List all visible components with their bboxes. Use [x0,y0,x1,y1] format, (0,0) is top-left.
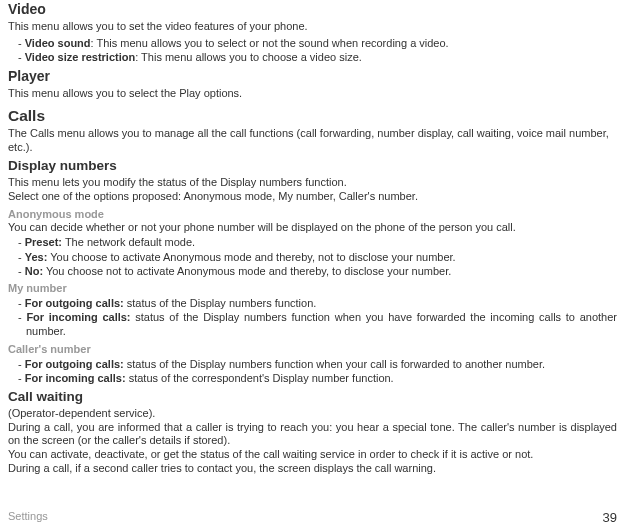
my-number-heading: My number [8,282,617,296]
footer-section: Settings [8,510,48,525]
display-numbers-line1: This menu lets you modify the status of … [8,176,617,190]
anonymous-no-label: No: [25,265,43,277]
video-sound-item: Video sound: This menu allows you to sel… [18,36,617,50]
video-size-desc: : This menu allows you to choose a video… [135,51,362,63]
my-number-in-label: For incoming calls: [26,311,130,323]
page-footer: Settings 39 [8,510,617,525]
video-intro: This menu allows you to set the video fe… [8,20,617,34]
footer-page-number: 39 [603,510,617,525]
calls-text: The Calls menu allows you to manage all … [8,127,617,155]
video-heading: Video [8,0,617,18]
anonymous-yes-item: Yes: You choose to activate Anonymous mo… [18,250,617,264]
callers-number-out-desc: status of the Display numbers function w… [124,358,545,370]
call-waiting-line1: (Operator-dependent service). [8,407,617,421]
player-text: This menu allows you to select the Play … [8,87,617,101]
anonymous-yes-label: Yes: [25,251,48,263]
anonymous-preset-desc: The network default mode. [62,236,195,248]
display-numbers-line2: Select one of the options proposed: Anon… [8,190,617,204]
video-size-label: Video size restriction [25,51,135,63]
display-numbers-heading: Display numbers [8,158,617,175]
call-waiting-line2: During a call, you are informed that a c… [8,421,617,449]
anonymous-no-desc: You choose not to activate Anonymous mod… [43,265,451,277]
call-waiting-line3: You can activate, deactivate, or get the… [8,448,617,462]
callers-number-out-item: For outgoing calls: status of the Displa… [18,357,617,371]
my-number-in-item: For incoming calls: status of the Displa… [18,310,617,339]
my-number-out-item: For outgoing calls: status of the Displa… [18,296,617,310]
callers-number-in-label: For incoming calls: [25,372,126,384]
video-sound-label: Video sound [25,37,91,49]
call-waiting-line4: During a call, if a second caller tries … [8,462,617,476]
my-number-out-label: For outgoing calls: [25,297,124,309]
callers-number-in-item: For incoming calls: status of the corres… [18,371,617,385]
anonymous-no-item: No: You choose not to activate Anonymous… [18,264,617,278]
my-number-out-desc: status of the Display numbers function. [124,297,317,309]
anonymous-intro: You can decide whether or not your phone… [8,221,617,235]
video-sound-desc: : This menu allows you to select or not … [91,37,449,49]
anonymous-heading: Anonymous mode [8,208,617,222]
callers-number-out-label: For outgoing calls: [25,358,124,370]
anonymous-yes-desc: You choose to activate Anonymous mode an… [47,251,455,263]
anonymous-preset-item: Preset: The network default mode. [18,235,617,249]
player-heading: Player [8,67,617,85]
anonymous-preset-label: Preset: [25,236,62,248]
video-size-item: Video size restriction: This menu allows… [18,50,617,64]
calls-heading: Calls [8,106,617,125]
call-waiting-heading: Call waiting [8,389,617,406]
callers-number-in-desc: status of the correspondent's Display nu… [126,372,394,384]
callers-number-heading: Caller's number [8,343,617,357]
